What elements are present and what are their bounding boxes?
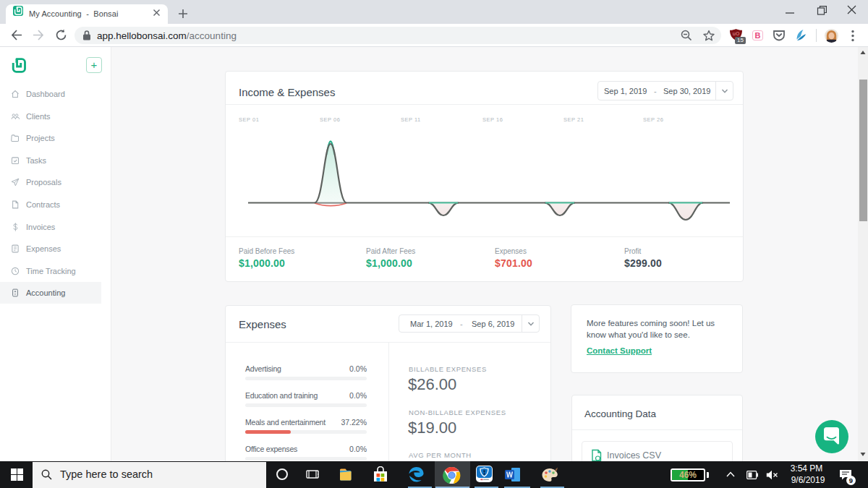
svg-text:uO: uO (733, 31, 740, 36)
